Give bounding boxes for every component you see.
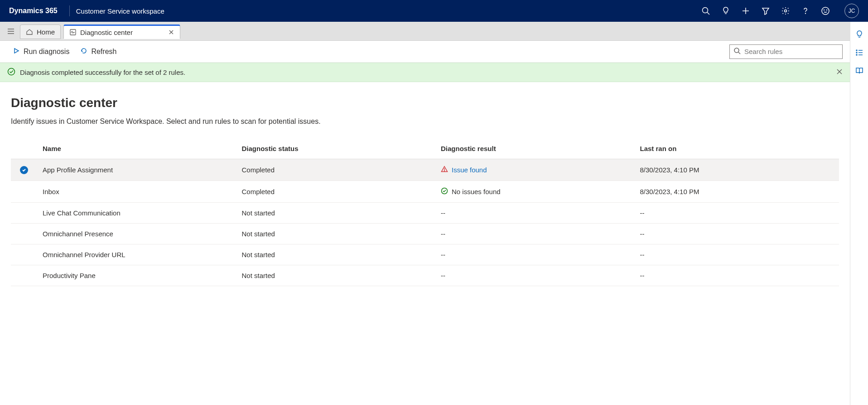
cell-last-ran: -- [640,251,839,259]
lightbulb-icon[interactable] [721,6,730,15]
tab-active-label: Diagnostic center [80,29,133,36]
col-result[interactable]: Diagnostic result [441,145,640,152]
refresh-icon [80,47,87,56]
run-diagnosis-button[interactable]: Run diagnosis [13,47,69,56]
cell-result: -- [441,230,640,238]
list-rail-icon[interactable] [855,48,864,57]
add-icon[interactable] [741,6,750,15]
table-row[interactable]: InboxCompletedNo issues found8/30/2023, … [11,181,839,203]
cell-status: Not started [242,230,441,238]
issue-found-link[interactable]: Issue found [452,166,487,174]
page-content: Diagnostic center Identify issues in Cus… [0,82,850,286]
col-name[interactable]: Name [43,145,242,152]
book-rail-icon[interactable] [855,66,864,75]
cell-last-ran: 8/30/2023, 4:10 PM [640,188,839,195]
col-status[interactable]: Diagnostic status [242,145,441,152]
table-row[interactable]: Live Chat CommunicationNot started---- [11,203,839,224]
menu-icon[interactable] [5,25,17,38]
cell-last-ran: -- [640,209,839,217]
svg-point-0 [703,8,708,13]
diagnostic-icon [69,29,77,36]
cell-name: App Profile Assignment [43,166,242,174]
cell-name: Live Chat Communication [43,209,242,217]
table-header: Name Diagnostic status Diagnostic result… [11,138,839,159]
cell-result: Issue found [441,166,640,174]
top-nav: Dynamics 365 Customer Service workspace … [0,0,868,22]
svg-point-17 [856,50,857,51]
cell-status: Not started [242,272,441,279]
lightbulb-rail-icon[interactable] [855,30,864,39]
row-select[interactable] [11,166,43,174]
cell-result: -- [441,251,640,259]
svg-line-25 [738,52,740,54]
cell-result: -- [441,272,640,279]
warning-icon [441,166,448,174]
notification-message: Diagnosis completed successfully for the… [20,68,185,76]
close-notification-icon[interactable] [836,68,843,76]
command-bar: Run diagnosis Refresh [0,41,850,63]
svg-point-30 [444,171,445,171]
svg-point-6 [805,13,806,14]
svg-point-8 [824,10,825,10]
svg-point-7 [822,7,829,15]
success-icon [441,187,448,196]
brand: Dynamics 365 [0,7,67,15]
close-tab-icon[interactable] [168,29,174,35]
cell-last-ran: -- [640,272,839,279]
help-icon[interactable] [801,6,810,15]
cell-name: Omnichannel Provider URL [43,251,242,259]
notification-bar: Diagnosis completed successfully for the… [0,63,850,82]
settings-icon[interactable] [781,6,790,15]
table-row[interactable]: Omnichannel Provider URLNot started---- [11,244,839,265]
table-row[interactable]: App Profile AssignmentCompletedIssue fou… [11,159,839,181]
tab-home-label: Home [37,28,55,36]
svg-marker-23 [14,49,19,53]
svg-point-9 [827,10,827,10]
workspace-name: Customer Service workspace [72,7,164,15]
cell-status: Not started [242,209,441,217]
diagnostics-table: Name Diagnostic status Diagnostic result… [11,138,839,286]
feedback-icon[interactable] [821,6,830,15]
cell-last-ran: -- [640,230,839,238]
tab-home[interactable]: Home [20,24,61,39]
svg-line-1 [707,12,709,15]
cell-name: Productivity Pane [43,272,242,279]
checkmark-icon [20,166,28,174]
divider [69,5,70,16]
search-input-icon [733,47,741,56]
right-rail [850,22,868,286]
home-icon [26,28,33,35]
search-rules-box[interactable] [729,44,843,59]
cell-name: Inbox [43,188,242,195]
svg-point-19 [856,52,857,53]
table-row[interactable]: Productivity PaneNot started---- [11,265,839,286]
svg-point-26 [8,68,15,75]
refresh-button[interactable]: Refresh [80,47,116,56]
cell-status: Completed [242,188,441,195]
avatar[interactable]: JC [844,4,859,18]
page-subtitle: Identify issues in Customer Service Work… [11,117,839,126]
svg-point-5 [785,10,787,12]
tab-diagnostic-center[interactable]: Diagnostic center [63,24,180,39]
cell-last-ran: 8/30/2023, 4:10 PM [640,166,839,174]
success-icon [7,68,15,77]
page-title: Diagnostic center [11,96,839,110]
cell-result: -- [441,209,640,217]
cell-status: Not started [242,251,441,259]
filter-icon[interactable] [761,6,770,15]
refresh-label: Refresh [91,48,116,56]
search-icon[interactable] [701,6,710,15]
cell-status: Completed [242,166,441,174]
cell-name: Omnichannel Presence [43,230,242,238]
play-icon [13,47,20,56]
cell-result: No issues found [441,187,640,196]
svg-rect-13 [70,29,76,35]
table-row[interactable]: Omnichannel PresenceNot started---- [11,224,839,244]
col-last-ran[interactable]: Last ran on [640,145,839,152]
svg-point-24 [734,48,739,53]
svg-point-21 [856,54,857,55]
tabs-bar: Home Diagnostic center [0,22,868,41]
search-input[interactable] [744,48,839,55]
result-text: No issues found [452,188,501,195]
run-diagnosis-label: Run diagnosis [24,48,69,56]
